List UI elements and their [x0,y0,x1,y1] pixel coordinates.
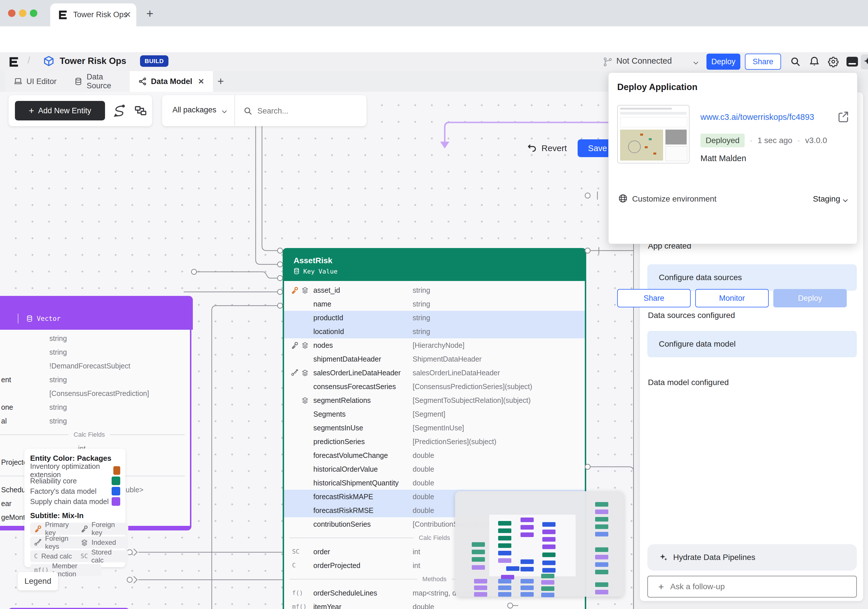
share-button[interactable]: Share [745,54,781,70]
notifications-bell-icon[interactable] [809,56,820,67]
legend-icon-label: Read calc [41,552,72,560]
external-link-icon[interactable] [837,111,849,123]
connection-status[interactable]: Not Connected [616,56,672,66]
minimap-entity-bar [521,592,534,597]
assistant-action-bubble[interactable]: Configure data model [647,331,857,357]
minimap-entity-bar [498,551,512,555]
minimap-entity-bar [595,502,608,507]
add-new-entity-button[interactable]: +Add New Entity [15,101,105,121]
deployed-app-link[interactable]: www.c3.ai/towerriskops/fc4893 [701,113,814,122]
minimap-entity-bar [472,557,485,562]
minimap-entity-bar [498,579,512,583]
legend-icon-label: Foreign key [91,521,124,537]
minimap-entity-bar [474,592,487,597]
legend-icon-label: Member function [52,562,97,578]
minimap-entity-bar [474,579,487,583]
filter-search-bar: All packages [162,95,366,126]
calc-badge: SC [81,553,88,560]
chevron-down-icon[interactable] [842,197,849,204]
followup-input[interactable]: + [647,576,857,598]
minimap-entity-bar [595,562,608,567]
legend-icon-item: Primary key [30,523,81,535]
minimap-entity-bar [521,567,534,572]
deploy-status-row: Deployed · 1 sec ago · v3.0.0 [701,134,827,147]
tab-close-icon[interactable]: ✕ [198,77,204,86]
auto-layout-icon[interactable] [134,104,147,117]
legend-toggle-button[interactable]: Legend [18,572,58,590]
minimap-entity-bar [472,542,485,547]
panel-toggle-icon[interactable] [846,57,858,66]
legend-icon-item: Indexed [77,536,128,549]
c3-logo[interactable] [8,56,20,68]
git-branch-icon [603,57,613,67]
breadcrumb-separator: / [28,54,30,66]
tab-ui-editor[interactable]: UI Editor [5,71,73,92]
data-model-canvas[interactable]: Vector string string !DemandForecastSubj… [0,92,635,609]
tab-close-icon[interactable]: ✕ [124,10,131,20]
app-header: / Tower Risk Ops BUILD Preview Configure… [0,52,868,71]
minimap-entity-bar [541,580,554,584]
add-doc-tab-button[interactable]: + [217,75,224,87]
close-window-button[interactable] [8,9,16,17]
browser-toolbar: ← → ↻ c3.ai/Studio/TowerRiskOps ⋮ [0,26,868,53]
minimap-entity-bar [498,558,512,563]
environment-dropdown[interactable]: Staging [813,195,840,204]
search-input[interactable] [257,104,358,118]
minimap-entity-bar [521,532,534,537]
tab-data-model[interactable]: Data Model ✕ [130,71,213,92]
tab-title: Tower Risk Ops [73,10,127,19]
legend-icon-label: Indexed [91,538,116,547]
idx-icon [81,539,88,546]
minimize-window-button[interactable] [19,9,26,17]
chevron-down-icon[interactable] [221,108,228,115]
packages-filter-dropdown[interactable]: All packages [172,105,216,114]
undo-icon [527,143,537,153]
calc-badge: C [34,553,38,560]
legend-icon-label: Foreign keys [45,535,77,550]
minimap-entity-bar [498,586,512,590]
minimap-entity-bar [521,560,534,564]
minimap-entity-bar [542,568,555,573]
popup-deploy-button-disabled[interactable]: Deploy [773,289,847,308]
assistant-action-bubble[interactable]: Configure data sources [647,264,857,291]
deploy-preview-thumbnail [617,105,690,164]
minimap-entity-bar [521,586,534,590]
ai-sparkles-icon[interactable] [863,56,868,68]
minimap-entity-bar [595,510,608,514]
minimap-entity-bar [521,579,534,583]
minimap-entities [455,491,624,597]
auto-route-icon[interactable] [113,104,126,117]
maximize-window-button[interactable] [30,9,37,17]
minimap-entity-bar [595,547,608,552]
entity-toolbar: +Add New Entity [9,95,152,126]
browser-tab-strip: Tower Risk Ops ✕ + [0,0,868,26]
legend-icon-item: Foreign keys [30,536,81,549]
new-tab-button[interactable]: + [146,7,153,21]
minimap[interactable] [455,491,624,597]
tab-data-source[interactable]: Data Source [65,71,138,92]
minimap-entity-bar [541,593,554,597]
minimap-entity-bar [595,555,608,560]
search-icon [243,106,253,116]
globe-icon [618,193,628,204]
deployed-ago: 1 sec ago [758,136,792,145]
popup-monitor-button[interactable]: Monitor [695,289,769,308]
suggestion-chip[interactable]: Hydrate Data Pipelines [647,544,857,570]
revert-button[interactable]: Revert [541,143,567,153]
popup-share-button[interactable]: Share [617,289,691,308]
minimap-entity-bar [498,529,512,533]
browser-tab[interactable]: Tower Risk Ops ✕ [50,3,136,26]
minimap-entity-bar [595,570,608,574]
chevron-down-icon[interactable] [692,59,699,66]
settings-gear-icon[interactable] [828,56,839,67]
laptop-icon [14,77,22,86]
followup-text-input[interactable] [670,582,843,592]
minimap-entity-bar [498,536,512,541]
minimap-entity-bar [521,518,534,522]
version-label: v3.0.0 [805,136,827,145]
author-name: Matt Malden [701,154,746,163]
fk-icon [81,525,88,532]
deploy-button[interactable]: Deploy [707,54,740,70]
search-icon[interactable] [790,56,801,67]
attach-plus-icon[interactable]: + [658,581,664,592]
